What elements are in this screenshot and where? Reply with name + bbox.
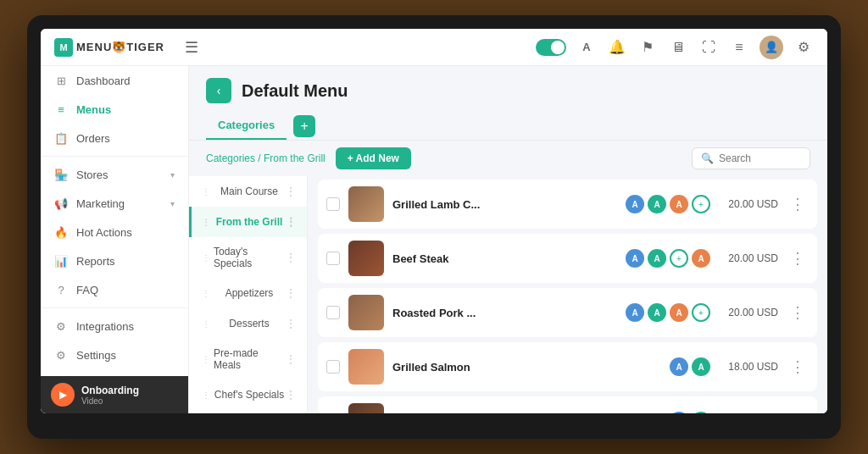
category-item-appetizers[interactable]: ⋮ Appetizers ⋮ <box>189 278 307 308</box>
badge-green-outline: + <box>670 249 688 268</box>
cat-menu-icon[interactable]: ⋮ <box>285 215 297 229</box>
item-checkbox[interactable] <box>326 197 340 211</box>
avatar[interactable]: 👤 <box>760 36 783 59</box>
more-menu-icon[interactable]: ⋮ <box>787 195 809 213</box>
badge-orange: A <box>670 195 688 213</box>
sidebar: ⊞ Dashboard ≡ Menus 📋 Orders 🏪 Stores <box>41 66 189 413</box>
sidebar-item-faq[interactable]: ? FAQ <box>41 275 188 304</box>
menu-icon[interactable]: ≡ <box>729 37 749 58</box>
sidebar-item-label: Settings <box>76 349 116 362</box>
search-input[interactable] <box>719 152 801 164</box>
sidebar-item-integrations[interactable]: ⚙ Integrations <box>41 312 188 340</box>
menu-item-row: Grilled Salmon A A 18.00 USD ⋮ <box>318 342 817 391</box>
category-label: Main Course <box>220 185 278 197</box>
sidebar-item-stores[interactable]: 🏪 Stores <box>41 160 188 189</box>
category-item-soups[interactable]: ⋮ Soups and Salads ⋮ <box>189 410 307 413</box>
onboarding-title: Onboarding <box>81 385 139 396</box>
drag-handle: ⋮ <box>202 218 210 227</box>
bell-icon[interactable]: 🔔 <box>607 37 627 58</box>
monitor-icon[interactable]: 🖥 <box>668 37 688 58</box>
category-label: Today's Specials <box>214 246 285 269</box>
item-badges: A A A + <box>626 303 710 322</box>
breadcrumb: Categories / From the Grill <box>206 152 326 164</box>
sidebar-item-reports[interactable]: 📊 Reports <box>41 246 188 275</box>
expand-icon[interactable]: ⛶ <box>698 37 719 58</box>
add-tab-button[interactable]: + <box>293 115 315 137</box>
item-price: 20.00 USD <box>719 252 778 264</box>
logo: M MENU🐯TIGER <box>54 38 164 57</box>
more-menu-icon[interactable]: ⋮ <box>787 357 809 376</box>
item-name: Roasted Pork ... <box>392 307 617 319</box>
item-name: Grilled Lamb C... <box>392 198 617 211</box>
content-area: ‹ Default Menu Categories + Categories /… <box>189 66 827 413</box>
drag-handle: ⋮ <box>202 253 210 263</box>
sidebar-item-dashboard[interactable]: ⊞ Dashboard <box>41 66 188 95</box>
gear-icon[interactable]: ⚙ <box>793 37 814 58</box>
cat-menu-icon[interactable]: ⋮ <box>285 185 297 198</box>
sidebar-item-label: Marketing <box>76 197 125 210</box>
category-item-premade[interactable]: ⋮ Pre-made Meals ⋮ <box>189 339 307 379</box>
badge-orange: A <box>670 303 688 322</box>
badge-blue: A <box>626 195 644 213</box>
content-header: ‹ Default Menu <box>189 66 827 112</box>
sidebar-item-menus[interactable]: ≡ Menus <box>41 95 188 124</box>
item-thumbnail <box>348 241 384 276</box>
category-label: Chef's Specials <box>214 389 284 401</box>
badge-blue: A <box>626 249 644 268</box>
more-menu-icon[interactable]: ⋮ <box>787 412 809 413</box>
badge-orange: A <box>692 249 710 268</box>
category-nav: Categories + <box>189 112 827 141</box>
cat-menu-icon[interactable]: ⋮ <box>285 352 297 366</box>
item-checkbox[interactable] <box>326 252 340 265</box>
onboarding-text: Onboarding Video <box>81 385 139 406</box>
item-name: Beef Steak <box>392 252 617 265</box>
cat-menu-icon[interactable]: ⋮ <box>285 388 297 401</box>
hamburger-icon[interactable]: ☰ <box>178 35 205 60</box>
marketing-icon: 📢 <box>54 197 68 210</box>
drag-handle: ⋮ <box>202 355 210 364</box>
sidebar-item-hotactions[interactable]: 🔥 Hot Actions <box>41 218 188 246</box>
reports-icon: 📊 <box>54 254 68 268</box>
flag-icon[interactable]: ⚑ <box>637 37 658 58</box>
logo-text: MENU🐯TIGER <box>76 41 164 53</box>
category-item-desserts[interactable]: ⋮ Desserts ⋮ <box>189 308 307 339</box>
toggle-switch[interactable] <box>536 39 566 56</box>
tab-categories[interactable]: Categories <box>206 112 287 140</box>
category-item-from-the-grill[interactable]: ⋮ From the Grill ⋮ <box>189 207 307 237</box>
category-item-todays-specials[interactable]: ⋮ Today's Specials ⋮ <box>189 237 307 278</box>
items-panel: Grilled Lamb C... A A A + 20.00 USD ⋮ <box>308 176 827 413</box>
onboarding-subtitle: Video <box>81 396 139 406</box>
item-price: 18.00 USD <box>719 361 778 373</box>
more-menu-icon[interactable]: ⋮ <box>787 249 809 268</box>
category-item-main-course[interactable]: ⋮ Main Course ⋮ <box>189 176 307 207</box>
add-new-button[interactable]: + Add New <box>336 147 411 169</box>
cat-menu-icon[interactable]: ⋮ <box>285 286 297 300</box>
sidebar-item-label: Stores <box>76 169 108 181</box>
sidebar-item-settings[interactable]: ⚙ Settings <box>41 340 188 369</box>
breadcrumb-text: Categories / From the Grill <box>206 152 326 164</box>
drag-handle: ⋮ <box>202 289 210 298</box>
badge-blue: A <box>670 412 688 413</box>
cat-menu-icon[interactable]: ⋮ <box>285 251 297 264</box>
category-item-chefs-specials[interactable]: ⋮ Chef's Specials ⋮ <box>189 379 307 410</box>
onboarding-bar[interactable]: ▶ Onboarding Video <box>41 376 188 413</box>
sidebar-item-orders[interactable]: 📋 Orders <box>41 124 188 152</box>
search-box: 🔍 <box>692 147 810 169</box>
divider <box>41 156 188 157</box>
back-button[interactable]: ‹ <box>206 78 231 103</box>
sidebar-item-marketing[interactable]: 📢 Marketing <box>41 189 188 218</box>
sidebar-item-label: Dashboard <box>76 75 131 87</box>
category-label: Pre-made Meals <box>214 347 285 371</box>
translate-icon[interactable]: A <box>576 37 597 58</box>
cat-menu-icon[interactable]: ⋮ <box>285 317 297 330</box>
category-panel: ⋮ Main Course ⋮ ⋮ From the Grill ⋮ ⋮ Tod… <box>189 176 308 413</box>
item-price: 20.00 USD <box>719 307 778 318</box>
more-menu-icon[interactable]: ⋮ <box>787 303 809 322</box>
item-checkbox[interactable] <box>326 306 340 319</box>
item-checkbox[interactable] <box>326 360 340 374</box>
badge-green-outline: + <box>692 195 710 213</box>
badge-teal: A <box>648 303 666 322</box>
item-name: Grilled Salmon <box>392 361 661 374</box>
badge-teal: A <box>692 357 710 376</box>
badge-green-outline: + <box>692 303 710 322</box>
